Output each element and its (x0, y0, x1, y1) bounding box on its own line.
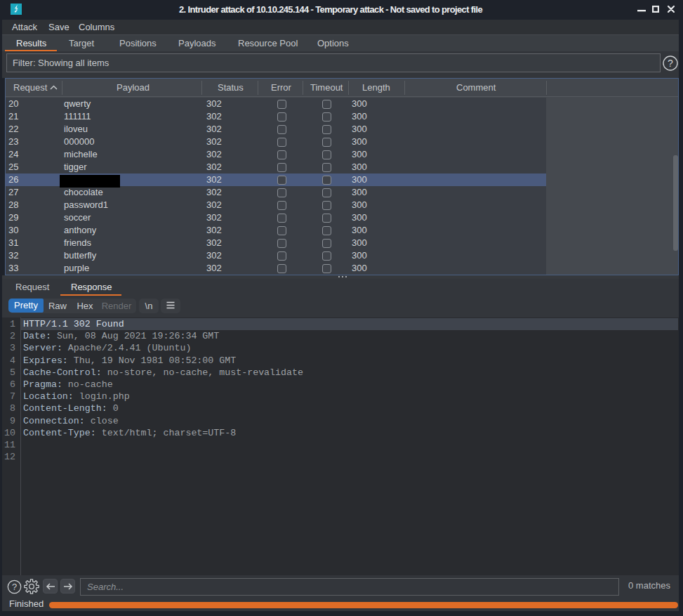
svg-text:?: ? (12, 582, 17, 592)
svg-text:?: ? (668, 58, 673, 69)
